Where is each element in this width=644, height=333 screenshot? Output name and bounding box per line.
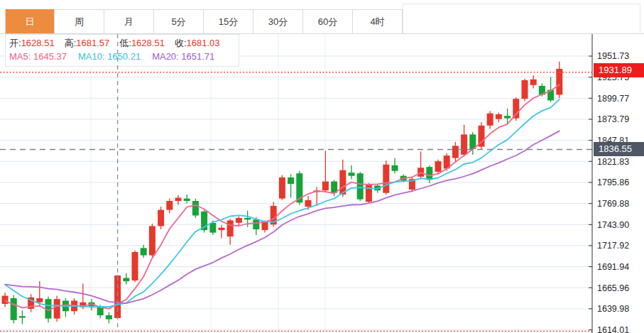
tabbar-empty-area xyxy=(403,4,640,33)
svg-text:1717.92: 1717.92 xyxy=(597,241,629,251)
tab-4hour[interactable]: 4时 xyxy=(353,9,403,33)
close-label: 收: xyxy=(175,38,187,48)
open-value: 1628.51 xyxy=(21,38,55,48)
ma5-value: MA5: 1645.37 xyxy=(9,51,67,62)
tab-60min[interactable]: 60分 xyxy=(303,9,353,33)
candlestick-chart-area[interactable]: 1951.731925.751899.771873.791847.811821.… xyxy=(0,0,644,333)
candles-layer xyxy=(2,62,563,324)
svg-text:1873.79: 1873.79 xyxy=(597,114,629,124)
high-label: 高: xyxy=(65,38,77,48)
tab-label: 月 xyxy=(124,16,133,27)
ohlc-info-row: 开:1628.51高:1681.57低:1628.51收:1681.03 xyxy=(9,37,230,50)
tab-label: 周 xyxy=(75,16,84,27)
svg-text:1951.73: 1951.73 xyxy=(597,51,629,61)
low-label: 低: xyxy=(119,38,131,48)
open-label: 开: xyxy=(9,38,21,48)
tab-15min[interactable]: 15分 xyxy=(204,9,253,33)
trading-chart-window: 日 周 月 5分 15分 30分 60分 4时 1951.731925.7518… xyxy=(0,0,644,333)
ma20-line xyxy=(5,131,560,303)
tab-month[interactable]: 月 xyxy=(104,9,154,33)
tab-label: 15分 xyxy=(219,16,238,27)
current-price-badge: 1931.89 xyxy=(594,63,644,77)
svg-text:1691.94: 1691.94 xyxy=(597,262,629,272)
grid-horizontal xyxy=(0,56,592,330)
ma-info-row: MA5: 1645.37MA10: 1650.21MA20: 1651.71 xyxy=(9,51,226,62)
tab-day[interactable]: 日 xyxy=(5,9,55,33)
low-value: 1628.51 xyxy=(131,38,165,48)
tab-label: 5分 xyxy=(171,16,185,27)
tab-label: 30分 xyxy=(268,16,288,27)
ma10-value: MA10: 1650.21 xyxy=(78,51,141,62)
tab-30min[interactable]: 30分 xyxy=(253,9,303,33)
tab-5min[interactable]: 5分 xyxy=(154,9,204,33)
period-tabbar: 日 周 月 5分 15分 30分 60分 4时 xyxy=(5,9,403,33)
ma20-value: MA20: 1651.71 xyxy=(152,51,214,62)
tab-week[interactable]: 周 xyxy=(55,9,104,33)
svg-text:1743.90: 1743.90 xyxy=(597,220,629,230)
svg-text:1639.98: 1639.98 xyxy=(597,304,629,314)
svg-text:1899.77: 1899.77 xyxy=(597,94,629,104)
tab-label: 日 xyxy=(26,16,35,27)
svg-text:1821.83: 1821.83 xyxy=(597,157,629,167)
price-axis: 1951.731925.751899.771873.791847.811821.… xyxy=(589,34,629,333)
svg-text:1795.86: 1795.86 xyxy=(597,178,629,187)
svg-text:1665.96: 1665.96 xyxy=(597,283,629,293)
tab-label: 4时 xyxy=(370,16,384,27)
svg-text:1614.01: 1614.01 xyxy=(597,325,629,333)
reference-price-badge: 1836.55 xyxy=(594,142,644,156)
tab-label: 60分 xyxy=(318,16,337,27)
close-value: 1681.03 xyxy=(187,38,220,48)
svg-text:1769.88: 1769.88 xyxy=(597,199,629,209)
high-value: 1681.57 xyxy=(76,38,109,48)
